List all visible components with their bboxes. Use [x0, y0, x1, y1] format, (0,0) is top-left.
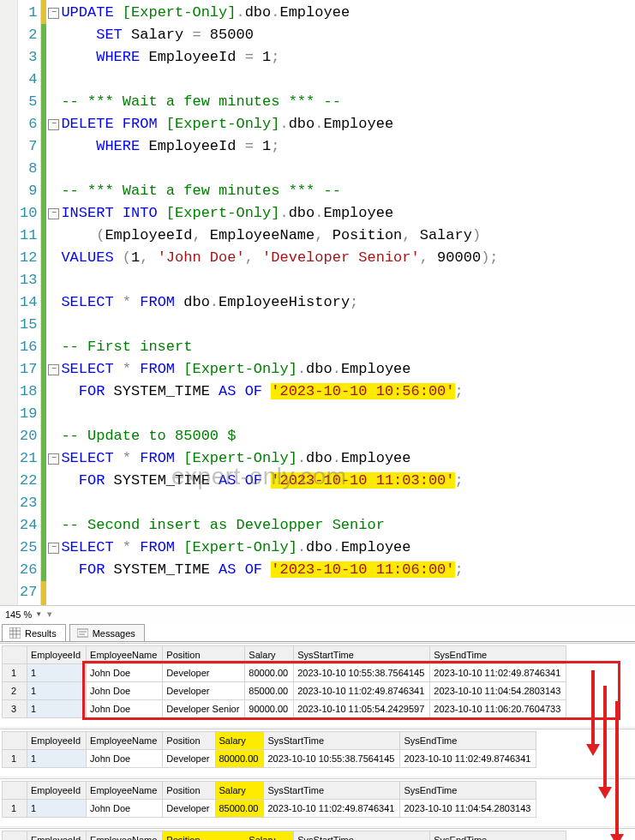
column-header[interactable]: Position [163, 732, 215, 750]
column-header[interactable] [3, 782, 27, 800]
column-header[interactable]: SysEndTime [400, 782, 536, 800]
result-grid[interactable]: EmployeeIdEmployeeNamePositionSalarySysS… [0, 828, 635, 840]
fold-toggle[interactable]: − [48, 364, 59, 375]
column-header[interactable]: Position [163, 831, 245, 841]
cell[interactable]: 85000.00 [215, 800, 264, 818]
column-header[interactable] [3, 831, 27, 841]
results-tab-bar: Results Messages [0, 622, 635, 642]
column-header[interactable]: EmployeeName [87, 831, 163, 841]
tab-results-label: Results [25, 628, 57, 639]
cell[interactable]: 1 [3, 750, 27, 768]
results-grid-icon [9, 627, 21, 639]
cell[interactable]: 2023-10-10 10:55:38.7564145 [264, 750, 400, 768]
cell[interactable]: 1 [3, 664, 27, 682]
column-header[interactable]: Position [163, 782, 215, 800]
result-grid[interactable]: EmployeeIdEmployeeNamePositionSalarySysS… [0, 778, 635, 819]
fold-toggle[interactable]: − [48, 453, 59, 465]
column-header[interactable]: SysStartTime [264, 782, 400, 800]
column-header[interactable]: Salary [215, 732, 264, 750]
cell[interactable]: 1 [27, 750, 87, 768]
cell[interactable]: 1 [27, 664, 87, 682]
column-header[interactable]: SysStartTime [294, 831, 430, 841]
line-number-gutter: 1234567891011121314151617181920212223242… [18, 0, 40, 605]
tab-messages[interactable]: Messages [69, 624, 145, 641]
column-header[interactable] [3, 732, 27, 750]
column-header[interactable]: EmployeeId [27, 782, 87, 800]
result-grid[interactable]: EmployeeIdEmployeeNamePositionSalarySysS… [0, 729, 635, 770]
zoom-selector[interactable]: 145 % ▼ ▾ [0, 605, 635, 622]
column-header[interactable]: SysStartTime [264, 732, 400, 750]
column-header[interactable]: EmployeeName [87, 782, 163, 800]
column-header[interactable]: EmployeeName [87, 732, 163, 750]
fold-toggle[interactable]: − [48, 208, 59, 219]
table-row[interactable]: 11John DoeDeveloper80000.002023-10-10 10… [3, 750, 536, 768]
cell[interactable]: 1 [27, 700, 87, 718]
fold-toggle[interactable]: − [48, 543, 59, 554]
column-header[interactable]: SysEndTime [430, 831, 566, 841]
cell[interactable]: John Doe [87, 750, 163, 768]
results-pane: EmployeeIdEmployeeNamePositionSalarySysS… [0, 643, 635, 840]
column-header[interactable]: SysEndTime [400, 732, 536, 750]
cell[interactable]: Developer [163, 800, 215, 818]
cell[interactable]: Developer [163, 750, 215, 768]
code-area[interactable]: −UPDATE [Expert-Only].dbo.Employee SET S… [46, 0, 635, 605]
cell[interactable]: 2023-10-10 11:02:49.8746341 [400, 750, 536, 768]
column-header[interactable] [3, 646, 27, 664]
tab-results[interactable]: Results [2, 624, 66, 641]
column-header[interactable]: EmployeeId [27, 831, 87, 841]
annotation-box [82, 661, 620, 720]
cell[interactable]: 1 [27, 682, 87, 700]
cell[interactable]: 3 [3, 700, 27, 718]
column-header[interactable]: Salary [215, 782, 264, 800]
table-row[interactable]: 11John DoeDeveloper85000.002023-10-10 11… [3, 800, 536, 818]
zoom-drop-handle[interactable]: ▾ [47, 609, 52, 620]
tab-messages-label: Messages [93, 628, 135, 639]
column-header[interactable]: Salary [245, 831, 294, 841]
cell[interactable]: 2 [3, 682, 27, 700]
change-indicator-bar [40, 0, 46, 605]
cell[interactable]: 1 [27, 800, 87, 818]
fold-toggle[interactable]: − [48, 119, 59, 130]
cell[interactable]: 1 [3, 800, 27, 818]
fold-toggle[interactable]: − [48, 8, 59, 19]
cell[interactable]: 80000.00 [215, 750, 264, 768]
cell[interactable]: 2023-10-10 11:04:54.2803143 [400, 800, 536, 818]
cell[interactable]: John Doe [87, 800, 163, 818]
outline-gutter [0, 0, 18, 605]
messages-icon [77, 627, 88, 639]
svg-rect-5 [77, 629, 88, 637]
result-grid[interactable]: EmployeeIdEmployeeNamePositionSalarySysS… [0, 643, 635, 720]
chevron-down-icon: ▼ [35, 610, 42, 618]
sql-editor[interactable]: 1234567891011121314151617181920212223242… [0, 0, 635, 605]
column-header[interactable]: EmployeeId [27, 646, 87, 664]
svg-rect-0 [9, 627, 21, 639]
zoom-value: 145 % [5, 609, 32, 620]
column-header[interactable]: EmployeeId [27, 732, 87, 750]
cell[interactable]: 2023-10-10 11:02:49.8746341 [264, 800, 400, 818]
